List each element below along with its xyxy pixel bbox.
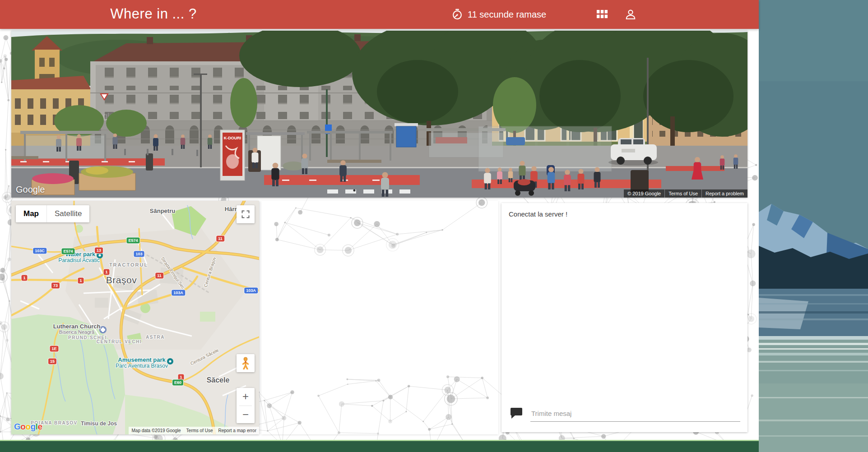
map-google-logo: Google [14, 422, 42, 432]
apps-grid-icon[interactable] [597, 10, 608, 19]
street-view-scene-art: © 2018 Google [11, 31, 747, 198]
map-label-amusement-park: Amusement park [118, 356, 165, 363]
zoom-out-button[interactable]: − [237, 406, 255, 424]
road-shield: 1 [78, 278, 84, 284]
app-root: Where in ... ? 11 secunde ramase [0, 0, 868, 452]
map-label-paradisul-acvatic: Paradisul Acvatic [58, 257, 99, 263]
road-shield: 103A [244, 288, 258, 294]
map-label-sacele: Săcele [207, 376, 230, 384]
map-label-brasov: Braşov [106, 275, 137, 286]
map-label-sanpetru: Sânpetru [150, 208, 175, 214]
street-ad-text: K-DOURI [224, 136, 241, 140]
map-label-lutheran-church: Lutheran Church [53, 323, 101, 330]
map-label-timisu-de-jos: Timisu de Jos [81, 420, 117, 427]
map-data-text: Map data ©2019 Google [131, 428, 181, 433]
app-header: Where in ... ? 11 secunde ramase [0, 0, 759, 29]
round-timer: 11 secunde ramase [451, 0, 546, 29]
zoom-control: + − [237, 388, 255, 423]
road-shield: 1E [50, 346, 58, 352]
road-shield: 1 [21, 275, 27, 281]
pegman-icon [241, 357, 250, 369]
road-shield: 11 [216, 236, 224, 242]
chat-bubble-icon [510, 407, 523, 420]
map-report-link[interactable]: Report a map error [218, 428, 256, 433]
road-shield: 1 [103, 269, 109, 275]
road-shield: 103C [33, 248, 46, 254]
map-terms-link[interactable]: Terms of Use [186, 428, 213, 433]
road-shield: 103A [172, 290, 185, 296]
zoom-in-button[interactable]: + [237, 388, 255, 406]
fullscreen-icon [241, 210, 250, 219]
map-label-tractorul: TRACTORUL [109, 262, 148, 268]
terms-of-use-link[interactable]: Terms of Use [665, 189, 701, 198]
page-title: Where in ... ? [110, 6, 196, 22]
map-label-centrul-vechi: CENTRUL VECHI [97, 339, 142, 344]
road-shield: E574 [61, 249, 74, 254]
road-shield: 15 [48, 359, 56, 364]
map-type-map-button[interactable]: Map [16, 205, 46, 222]
timer-icon [451, 9, 463, 20]
fullscreen-button[interactable] [237, 205, 255, 223]
street-view-google-logo: Google [16, 184, 45, 195]
road-shield: E60 [172, 380, 183, 386]
road-shield: 13 [95, 248, 103, 254]
map-label-parc-aventura: Parc Aventura Brasov [116, 363, 168, 369]
road-shield: 103 [134, 251, 144, 257]
results-panel [261, 201, 498, 434]
chat-input-row [509, 405, 740, 425]
map-label-biserica-neagra: Biserica Neagră [59, 329, 94, 335]
map-type-control: Map Satellite [16, 205, 89, 222]
street-view-panorama[interactable]: © 2018 Google [11, 31, 747, 198]
chat-status-message: Conectat la server ! [509, 210, 567, 218]
person-profile-icon[interactable] [625, 9, 636, 20]
road-shield: E574 [126, 238, 139, 244]
map-type-satellite-button[interactable]: Satellite [46, 205, 89, 222]
map-attribution: Map data ©2019 Google Terms of Use Repor… [129, 427, 259, 434]
chat-panel: Conectat la server ! [501, 203, 747, 432]
road-shield: 11 [155, 273, 163, 279]
pegman-control[interactable] [237, 354, 255, 372]
chat-message-input[interactable] [530, 405, 740, 422]
timer-remaining-text: 11 secunde ramase [468, 9, 546, 20]
report-problem-link[interactable]: Report a problem [702, 189, 747, 198]
guess-minimap[interactable]: Sânpetru Hărman Water park Paradisul Acv… [11, 201, 259, 434]
copyright-text: © 2019 Google [624, 189, 664, 198]
road-shield: 73 [51, 283, 60, 289]
street-view-attribution: © 2019 Google Terms of Use Report a prob… [624, 189, 747, 198]
map-label-astra: ASTRA [146, 335, 165, 340]
background-photo-mountain-lake [759, 0, 868, 452]
footer-bar [0, 440, 759, 452]
